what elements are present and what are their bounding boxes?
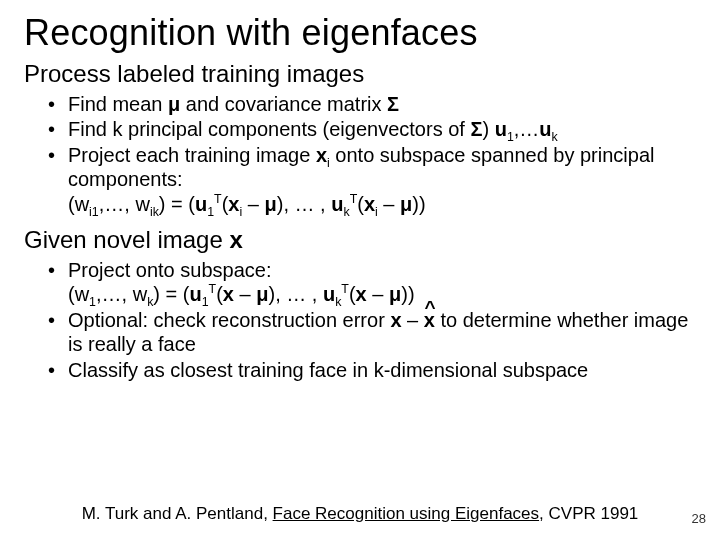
mu-symbol: μ: [168, 93, 180, 115]
sigma-symbol: Σ: [387, 93, 399, 115]
s2-bullet-3: Classify as closest training face in k-d…: [68, 358, 696, 382]
s1-bullet-3-line2: (wi1,…, wik) = (u1T(xi – μ), … , ukT(xi …: [68, 192, 696, 216]
slide: Recognition with eigenfaces Process labe…: [0, 0, 720, 540]
s1-bullet-3: Project each training image xi onto subs…: [68, 143, 696, 216]
s1-bullet-2: Find k principal components (eigenvector…: [68, 117, 696, 141]
slide-title: Recognition with eigenfaces: [24, 12, 696, 54]
s2-bullet-1-line2: (w1,…, wk) = (u1T(x – μ), … , ukT(x – μ)…: [68, 282, 696, 306]
section2-bullets: Project onto subspace: (w1,…, wk) = (u1T…: [24, 258, 696, 382]
s2-bullet-1: Project onto subspace: (w1,…, wk) = (u1T…: [68, 258, 696, 307]
citation-link[interactable]: Face Recognition using Eigenfaces: [273, 504, 540, 523]
page-number: 28: [692, 511, 706, 526]
s1-bullet-1: Find mean μ and covariance matrix Σ: [68, 92, 696, 116]
section1-heading: Process labeled training images: [24, 60, 696, 88]
footer-citation: M. Turk and A. Pentland, Face Recognitio…: [0, 504, 720, 524]
section1-bullets: Find mean μ and covariance matrix Σ Find…: [24, 92, 696, 216]
section2-heading: Given novel image x: [24, 226, 696, 254]
s2-bullet-2: Optional: check reconstruction error x –…: [68, 308, 696, 357]
x-hat: ^x: [424, 308, 435, 332]
